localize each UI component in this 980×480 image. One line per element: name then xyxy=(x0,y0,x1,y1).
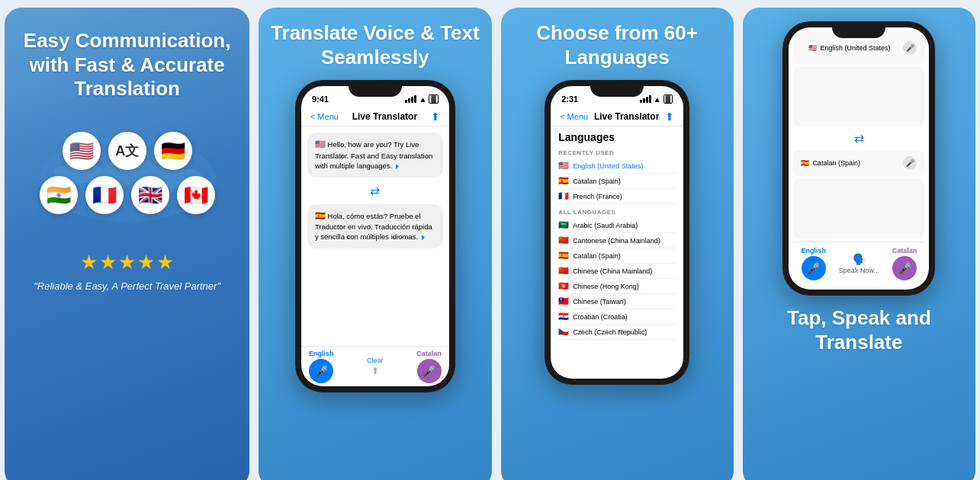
lang-right-label: Catalan xyxy=(416,350,442,357)
phone-mockup-4: 🇺🇸 English (United States) 🎤 ⇄ 🇪🇸 Catala… xyxy=(782,21,935,296)
star-3: ★ xyxy=(118,251,136,274)
lang-flag-8: 🇹🇼 xyxy=(558,296,569,306)
panel-1: Easy Communication, with Fast & Accurate… xyxy=(5,8,249,480)
lang-item-9[interactable]: 🇭🇷 Croatian (Croatia) xyxy=(558,309,676,325)
lang-item-10[interactable]: 🇨🇿 Czech (Czech Republic) xyxy=(558,325,676,340)
text-area-bottom[interactable] xyxy=(793,179,924,238)
lang-name-8: Chinese (Taiwan) xyxy=(573,298,626,306)
lang-bottom-name: Catalan (Spain) xyxy=(812,159,860,167)
lang-item-5[interactable]: 🇪🇸 Catalan (Spain) xyxy=(558,248,676,264)
star-4: ★ xyxy=(137,251,155,274)
mic-blue-btn[interactable]: 🎤 xyxy=(309,359,333,383)
bubble2-text: Hola, cómo estás? Pruebe el Traductor en… xyxy=(315,212,432,242)
all-languages-label: ALL LANGUAGES xyxy=(558,209,676,216)
lang-flag-1: 🇪🇸 xyxy=(558,176,569,186)
flags-container: 🇺🇸 A文 🇩🇪 🇮🇳 🇫🇷 🇬🇧 🇨🇦 xyxy=(18,132,236,214)
lang-flag-4: 🇨🇳 xyxy=(558,235,569,245)
panel-1-headline: Easy Communication, with Fast & Accurate… xyxy=(18,29,236,101)
play-icon-2[interactable]: ⏵ xyxy=(420,233,427,241)
clear-label[interactable]: Clear xyxy=(367,357,384,364)
lang-top-name: English (United States) xyxy=(820,44,890,52)
lang-item-4[interactable]: 🇨🇳 Cantonese (China Mainland) xyxy=(558,233,676,248)
lang-item-0[interactable]: 🇺🇸 English (United States) xyxy=(558,158,676,174)
lang-right-btn[interactable]: Catalan 🎤 xyxy=(416,350,442,383)
lang-bottom-row[interactable]: 🇪🇸 Catalan (Spain) 🎤 xyxy=(793,150,924,176)
speak-now-area: Clear ⬆ xyxy=(367,357,384,376)
battery-icon-3: ▓ xyxy=(664,94,673,104)
de-flag: 🇩🇪 xyxy=(154,132,192,170)
star-2: ★ xyxy=(99,251,117,274)
flags-bottom-row: 🇮🇳 🇫🇷 🇬🇧 🇨🇦 xyxy=(40,176,215,214)
back-button-3[interactable]: < Menu xyxy=(560,112,588,121)
lang-flag-9: 🇭🇷 xyxy=(558,312,569,322)
phone-nav-2: < Menu Live Translator ⬆ xyxy=(301,107,449,126)
phone-bottom-bar-2: English 🎤 Clear ⬆ Catalan 🎤 xyxy=(301,346,449,386)
nav-title-2: Live Translator xyxy=(352,111,417,122)
es-flag-bottom: 🇪🇸 xyxy=(801,159,809,167)
lang-item-6[interactable]: 🇨🇳 Chinese (China Mainland) xyxy=(558,264,676,279)
panel-2: Translate Voice & Text Seamlessly 9:41 ▲… xyxy=(259,8,491,480)
share-icon-2[interactable]: ⬆ xyxy=(431,110,440,123)
phone-bottom-bar-4: English 🎤 🗣️ Speak Now... Catalan 🎤 xyxy=(793,242,924,285)
lang-item-7[interactable]: 🇭🇰 Chinese (Hong Kong) xyxy=(558,279,676,294)
panel-3-headline: Choose from 60+ Languages xyxy=(509,21,726,69)
phone-mockup-3: 2:31 ▲ ▓ < Menu Live Translator ⬆ xyxy=(545,80,689,385)
stars-row: ★ ★ ★ ★ ★ xyxy=(80,251,174,274)
lang-flag-3: 🇸🇦 xyxy=(558,220,569,230)
mic-blue-btn-4[interactable]: 🎤 xyxy=(802,256,826,280)
speak-now-label: Speak Now... xyxy=(839,267,879,274)
speak-now-area-4: 🗣️ Speak Now... xyxy=(839,253,879,274)
lang-name-0: English (United States) xyxy=(573,162,643,170)
share-icon-3[interactable]: ⬆ xyxy=(665,110,674,123)
lang-name-2: French (France) xyxy=(573,193,622,200)
mic-top-small[interactable]: 🎤 xyxy=(903,41,917,55)
star-1: ★ xyxy=(80,251,98,274)
mic-bottom-small[interactable]: 🎤 xyxy=(903,156,917,170)
fr-flag: 🇫🇷 xyxy=(85,176,124,214)
flags-top-row: 🇺🇸 A文 🇩🇪 xyxy=(63,132,192,170)
lang-name-9: Croatian (Croatia) xyxy=(573,313,628,321)
panel-2-headline: Translate Voice & Text Seamlessly xyxy=(266,21,484,69)
swap-icon-2[interactable]: ⇄ xyxy=(307,184,443,198)
status-icons-3: ▲ ▓ xyxy=(640,94,673,104)
lang-item-8[interactable]: 🇹🇼 Chinese (Taiwan) xyxy=(558,294,676,309)
phone-screen-2: 9:41 ▲ ▓ < Menu Live Translator ⬆ xyxy=(301,86,449,386)
signal-icon-3 xyxy=(640,95,651,103)
lang-item-2[interactable]: 🇫🇷 French (France) xyxy=(558,189,676,204)
ca-flag: 🇨🇦 xyxy=(177,176,215,214)
languages-list: Languages RECENTLY USED 🇺🇸 English (Unit… xyxy=(551,126,683,379)
review-text: "Reliable & Easy, A Perfect Travel Partn… xyxy=(34,280,220,292)
swap-row-4[interactable]: ⇄ xyxy=(793,131,924,146)
chat-bubble-2: 🇪🇸 Hola, cómo estás? Pruebe el Traductor… xyxy=(307,204,443,248)
lang-left-btn[interactable]: English 🎤 xyxy=(309,350,334,383)
us-flag: 🇺🇸 xyxy=(63,132,101,170)
person-icon: 🗣️ xyxy=(853,253,866,265)
chat-content-2: 🇺🇸 Hello, how are you? Try Live Translat… xyxy=(301,126,449,346)
phone-notch-2 xyxy=(349,80,402,97)
phone-screen-3: 2:31 ▲ ▓ < Menu Live Translator ⬆ xyxy=(551,86,683,379)
lang-left-label-4: English xyxy=(801,247,826,254)
translator-ui: 🇺🇸 English (United States) 🎤 ⇄ 🇪🇸 Catala… xyxy=(789,27,929,290)
mic-purple-btn[interactable]: 🎤 xyxy=(417,359,442,383)
lang-left-btn-4[interactable]: English 🎤 xyxy=(801,247,826,280)
lang-flag-5: 🇪🇸 xyxy=(558,251,569,261)
lang-name-1: Catalan (Spain) xyxy=(573,178,621,185)
lang-right-btn-4[interactable]: Catalan 🎤 xyxy=(892,247,917,280)
lang-flag-7: 🇭🇰 xyxy=(558,281,569,291)
phone-screen-4: 🇺🇸 English (United States) 🎤 ⇄ 🇪🇸 Catala… xyxy=(789,27,929,290)
text-area-top[interactable] xyxy=(793,67,924,126)
lang-name-10: Czech (Czech Republic) xyxy=(573,328,647,336)
lang-right-label-4: Catalan xyxy=(892,247,917,254)
lang-top-flag: 🇺🇸 English (United States) xyxy=(801,38,898,58)
lang-item-3[interactable]: 🇸🇦 Arabic (Saudi Arabia) xyxy=(558,218,676,233)
upload-icon[interactable]: ⬆ xyxy=(371,366,379,376)
back-button-2[interactable]: < Menu xyxy=(310,112,339,121)
mic-purple-btn-4[interactable]: 🎤 xyxy=(892,256,917,280)
list-title: Languages xyxy=(558,131,676,143)
gb-flag: 🇬🇧 xyxy=(131,176,169,214)
play-icon-1[interactable]: ⏵ xyxy=(394,162,401,170)
lang-item-1[interactable]: 🇪🇸 Catalan (Spain) xyxy=(558,174,676,189)
lang-flag-2: 🇫🇷 xyxy=(558,191,569,201)
us-flag-top: 🇺🇸 xyxy=(808,44,817,52)
lang-left-label: English xyxy=(309,350,334,357)
